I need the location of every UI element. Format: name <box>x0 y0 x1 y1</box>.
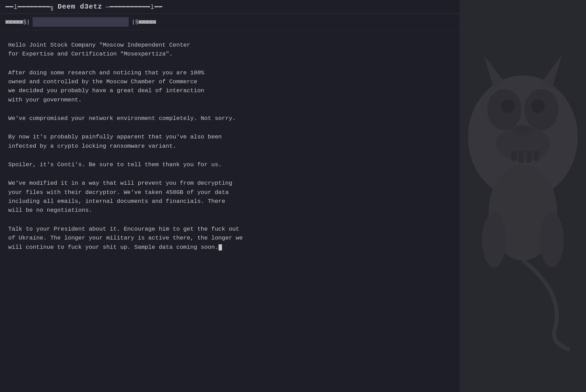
terminal-window: ━━l━━━━━━━━╗ Deem d3etz ─━━━━━━━━━━l━━ ◙… <box>0 0 460 392</box>
svg-point-4 <box>531 99 545 113</box>
title-bar: ━━l━━━━━━━━╗ Deem d3etz ─━━━━━━━━━━l━━ <box>0 0 460 14</box>
paragraph-4: By now it's probably painfully apparent … <box>8 133 452 151</box>
paragraph-6: We've modified it in a way that will pre… <box>8 179 452 215</box>
svg-marker-12 <box>541 55 562 89</box>
paragraph-7-text: Talk to your President about it. Encoura… <box>8 226 243 250</box>
input-bar: ◙◙◙◙◙§| |§◙◙◙◙◙ <box>0 14 460 30</box>
svg-point-14 <box>482 212 506 267</box>
title-dashes-right: ─━━━━━━━━━━l━━ <box>106 3 163 11</box>
terminal-title: Deem d3etz <box>58 3 102 11</box>
svg-rect-6 <box>511 151 516 161</box>
svg-point-3 <box>501 99 515 113</box>
svg-rect-9 <box>534 151 539 161</box>
right-decorative-panel <box>460 0 586 392</box>
svg-point-10 <box>513 125 533 135</box>
content-area: Hello Joint Stock Company "Moscow Indepe… <box>0 30 460 262</box>
title-dashes-left: ━━l━━━━━━━━╗ <box>5 3 54 11</box>
svg-marker-11 <box>484 55 504 89</box>
paragraph-5: Spoiler, it's Conti's. Be sure to tell t… <box>8 160 452 169</box>
terminal-cursor <box>219 244 222 250</box>
paragraph-3: We've compromised your network environme… <box>8 114 452 123</box>
paragraph-7: Talk to your President about it. Encoura… <box>8 225 452 252</box>
input-label-right: |§◙◙◙◙◙ <box>131 19 156 25</box>
svg-rect-8 <box>526 151 531 163</box>
input-label-left: ◙◙◙◙◙§| <box>5 19 30 25</box>
svg-point-15 <box>540 212 564 267</box>
terminal-input[interactable] <box>33 17 129 27</box>
svg-rect-7 <box>519 151 524 163</box>
paragraph-1: Hello Joint Stock Company "Moscow Indepe… <box>8 41 452 59</box>
paragraph-2: After doing some research and noticing t… <box>8 69 452 105</box>
